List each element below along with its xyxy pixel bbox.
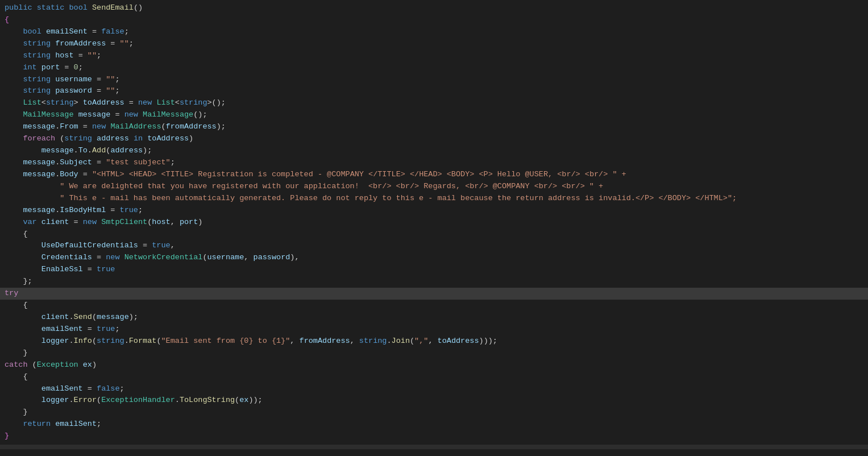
line-close-brace-catch: } bbox=[0, 407, 868, 418]
line-return: return emailSent; bbox=[0, 418, 868, 430]
line-message-isbodyhtml: message.IsBodyHtml = true; bbox=[0, 205, 868, 217]
line-bool-emailsent: bool emailSent = false; bbox=[0, 26, 868, 38]
line-close-brace-semicolon: }; bbox=[0, 276, 868, 288]
line-mailmessage-decl: MailMessage message = new MailMessage(); bbox=[0, 109, 868, 121]
line-foreach: foreach (string address in toAddress) bbox=[0, 133, 868, 145]
line-message-body-3: " This e - mail has been automatically g… bbox=[0, 193, 868, 205]
line-open-brace-catch: { bbox=[0, 371, 868, 383]
line-logger-info: logger.Info(string.Format("Email sent fr… bbox=[0, 335, 868, 347]
line-string-password: string password = ""; bbox=[0, 85, 868, 97]
line-int-port: int port = 0; bbox=[0, 62, 868, 74]
line-close-brace-try: } bbox=[0, 347, 868, 359]
line-enablessl: EnableSsl = true bbox=[0, 264, 868, 276]
line-client-send: client.Send(message); bbox=[0, 312, 868, 324]
line-list-toaddress: List<string> toAddress = new List<string… bbox=[0, 97, 868, 109]
line-open-brace-try: { bbox=[0, 300, 868, 312]
line-string-fromaddress: string fromAddress = ""; bbox=[0, 38, 868, 50]
line-try: try bbox=[0, 288, 868, 300]
line-catch: catch (Exception ex) bbox=[0, 359, 868, 371]
line-emailsent-false: emailSent = false; bbox=[0, 383, 868, 395]
code-editor: public static bool SendEmail() { bool em… bbox=[0, 0, 868, 445]
line-method-sig: public static bool SendEmail() bbox=[0, 2, 868, 14]
line-open-brace-1: { bbox=[0, 14, 868, 26]
line-string-username: string username = ""; bbox=[0, 74, 868, 86]
line-open-brace-2: { bbox=[0, 229, 868, 241]
line-message-subject: message.Subject = "test subject"; bbox=[0, 157, 868, 169]
line-var-client: var client = new SmtpClient(host, port) bbox=[0, 217, 868, 229]
line-emailsent-true: emailSent = true; bbox=[0, 324, 868, 335]
line-message-to-add: message.To.Add(address); bbox=[0, 145, 868, 157]
line-logger-error: logger.Error(ExceptionHandler.ToLongStri… bbox=[0, 395, 868, 407]
scrollbar[interactable] bbox=[0, 445, 868, 449]
line-usedefaultcred: UseDefaultCredentials = true, bbox=[0, 240, 868, 252]
line-string-host: string host = ""; bbox=[0, 50, 868, 62]
line-message-body-2: " We are delighted that you have registe… bbox=[0, 181, 868, 193]
line-message-body-1: message.Body = "<HTML> <HEAD> <TITLE> Re… bbox=[0, 169, 868, 181]
line-credentials: Credentials = new NetworkCredential(user… bbox=[0, 252, 868, 264]
line-close-brace-method: } bbox=[0, 430, 868, 442]
line-message-from: message.From = new MailAddress(fromAddre… bbox=[0, 121, 868, 133]
